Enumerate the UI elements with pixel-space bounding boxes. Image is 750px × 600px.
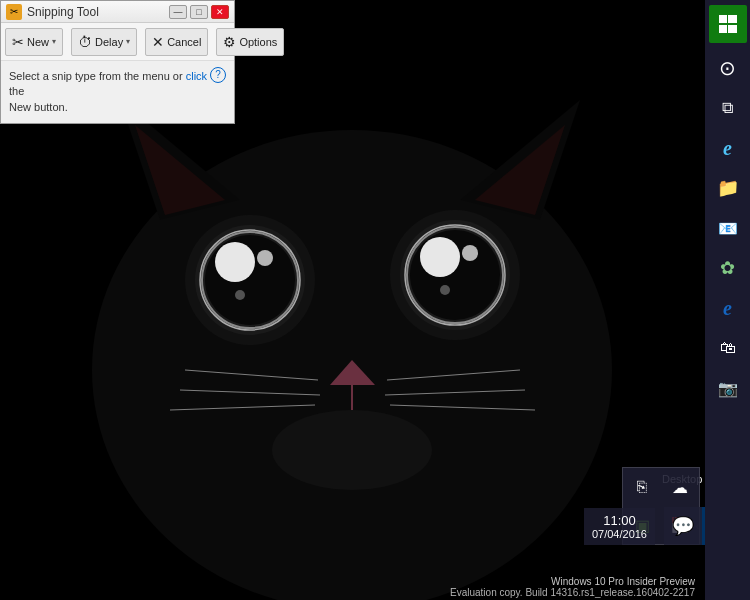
eval-line2: Evaluation copy. Build 14316.rs1_release… <box>450 587 695 598</box>
clock-area[interactable]: 11:00 07/04/2016 <box>584 508 655 545</box>
delay-button[interactable]: ⏱ Delay ▾ <box>71 28 137 56</box>
svg-point-16 <box>410 230 500 320</box>
maximize-button[interactable]: □ <box>190 5 208 19</box>
delay-icon: ⏱ <box>78 34 92 50</box>
options-label: Options <box>239 36 277 48</box>
camera-icon: 📷 <box>718 379 738 398</box>
svg-point-13 <box>235 290 245 300</box>
copy-mini-button[interactable]: ⎘ <box>623 468 661 506</box>
notification-button[interactable]: 💬 <box>664 507 702 545</box>
store-button[interactable]: 🛍 <box>709 329 747 367</box>
hint-area: ? Select a snip type from the menu or cl… <box>1 61 234 123</box>
svg-point-30 <box>272 410 432 490</box>
ie-browser-button[interactable]: e <box>709 289 747 327</box>
hint-text-after: theNew button. <box>9 85 68 112</box>
close-button[interactable]: ✕ <box>211 5 229 19</box>
ie-icon: e <box>723 297 732 320</box>
copy-mini-icon: ⎘ <box>637 478 647 496</box>
new-button[interactable]: ✂ New ▾ <box>5 28 63 56</box>
svg-point-21 <box>440 285 450 295</box>
edge-browser-button[interactable]: e <box>709 129 747 167</box>
cancel-button[interactable]: ✕ Cancel <box>145 28 208 56</box>
cancel-label: Cancel <box>167 36 201 48</box>
delay-dropdown-arrow[interactable]: ▾ <box>126 37 130 46</box>
edge-icon: e <box>723 137 732 160</box>
eval-notification: Windows 10 Pro Insider Preview Evaluatio… <box>445 574 700 600</box>
delay-label: Delay <box>95 36 123 48</box>
snipping-tool-icon: ✂ <box>6 4 22 20</box>
right-sidebar: ⊙ ⧉ e 📁 📧 ✿ e 🛍 📷 <box>705 0 750 600</box>
task-view-icon: ⧉ <box>722 99 733 117</box>
file-explorer-button[interactable]: 📁 <box>709 169 747 207</box>
new-dropdown-arrow[interactable]: ▾ <box>52 37 56 46</box>
title-left: ✂ Snipping Tool <box>6 4 99 20</box>
clock-time: 11:00 <box>592 513 647 528</box>
clock-date: 07/04/2016 <box>592 528 647 540</box>
svg-point-8 <box>205 235 295 325</box>
toolbar: ✂ New ▾ ⏱ Delay ▾ ✕ Cancel ⚙ Options <box>1 23 234 61</box>
file-explorer-icon: 📁 <box>717 177 739 199</box>
options-icon: ⚙ <box>223 34 236 50</box>
cortana-icon: ⊙ <box>719 56 736 80</box>
hint-question[interactable]: ? <box>210 67 226 83</box>
cortana-button[interactable]: ⊙ <box>709 49 747 87</box>
store-icon: 🛍 <box>720 339 736 357</box>
notification-icon: 💬 <box>672 515 694 537</box>
task-view-button[interactable]: ⧉ <box>709 89 747 127</box>
window-controls: — □ ✕ <box>169 5 229 19</box>
outlook-button[interactable]: 📧 <box>709 209 747 247</box>
outlook-icon: 📧 <box>718 219 738 238</box>
svg-point-11 <box>215 242 255 282</box>
camera-button[interactable]: 📷 <box>709 369 747 407</box>
svg-point-20 <box>462 245 478 261</box>
eval-line1: Windows 10 Pro Insider Preview <box>450 576 695 587</box>
svg-point-19 <box>420 237 460 277</box>
hint-click-link[interactable]: click <box>186 70 207 82</box>
options-button[interactable]: ⚙ Options <box>216 28 284 56</box>
new-label: New <box>27 36 49 48</box>
start-button[interactable] <box>709 5 747 43</box>
windows-logo <box>719 15 737 33</box>
hint-text-before: Select a snip type from the menu or <box>9 70 186 82</box>
green-app-icon: ✿ <box>720 257 735 279</box>
cancel-icon: ✕ <box>152 34 164 50</box>
window-title: Snipping Tool <box>27 5 99 19</box>
cloud-mini-icon: ☁ <box>672 478 688 497</box>
svg-point-12 <box>257 250 273 266</box>
green-app-button[interactable]: ✿ <box>709 249 747 287</box>
minimize-button[interactable]: — <box>169 5 187 19</box>
cloud-mini-button[interactable]: ☁ <box>661 468 699 506</box>
snipping-tool-window: ✂ Snipping Tool — □ ✕ ✂ New ▾ ⏱ Delay ▾ … <box>0 0 235 124</box>
title-bar: ✂ Snipping Tool — □ ✕ <box>1 1 234 23</box>
new-icon: ✂ <box>12 34 24 50</box>
